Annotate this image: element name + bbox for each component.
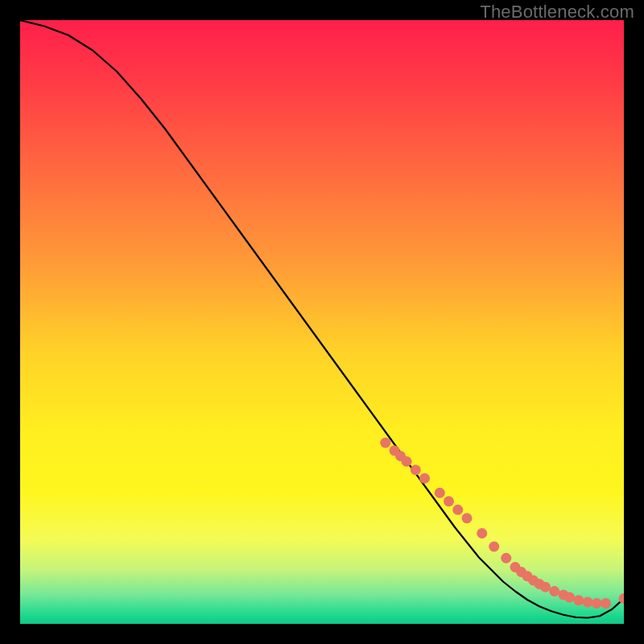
marker-dot [419, 473, 430, 484]
chart-stage: TheBottleneck.com [0, 0, 644, 644]
marker-dot [444, 496, 454, 506]
chart-svg [20, 20, 624, 624]
marker-dot [477, 528, 487, 539]
marker-dot [601, 598, 611, 609]
plot-area [20, 20, 624, 624]
marker-dot [462, 513, 473, 523]
marker-dot [380, 438, 390, 448]
marker-dot [501, 553, 511, 564]
marker-dot [549, 586, 559, 597]
marker-dot [411, 464, 421, 475]
marker-dot [583, 597, 593, 608]
marker-dot [402, 456, 412, 467]
marker-dot [592, 598, 602, 609]
marker-dot [435, 488, 445, 498]
marker-dot [452, 505, 463, 515]
marker-dot [564, 592, 575, 603]
marker-dot [540, 582, 551, 592]
marker-dot [489, 542, 499, 552]
gradient-background [20, 20, 624, 624]
marker-dot [573, 595, 584, 605]
